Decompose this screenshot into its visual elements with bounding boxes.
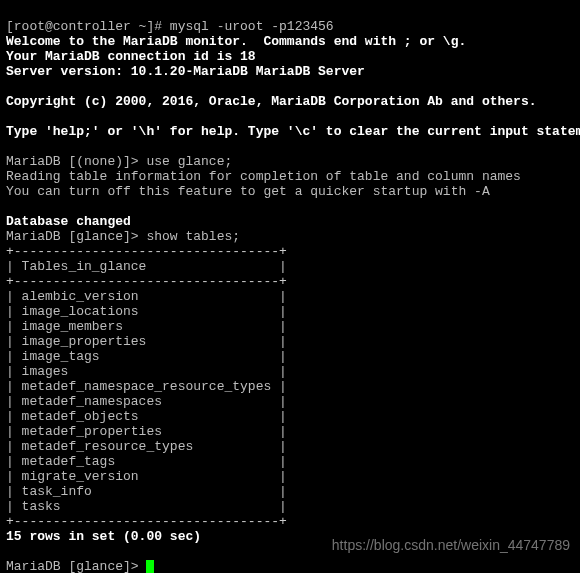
shell-prompt: [root@controller ~]# <box>6 19 170 34</box>
table-row: | metadef_namespaces | <box>6 394 287 409</box>
table-row: | image_properties | <box>6 334 287 349</box>
table-top-border: +----------------------------------+ <box>6 244 287 259</box>
table-row: | metadef_objects | <box>6 409 287 424</box>
table-row: | metadef_namespace_resource_types | <box>6 379 287 394</box>
table-row: | image_tags | <box>6 349 287 364</box>
use-glance-command: use glance; <box>146 154 232 169</box>
help-line: Type 'help;' or '\h' for help. Type '\c'… <box>6 124 580 139</box>
table-row: | migrate_version | <box>6 469 287 484</box>
mariadb-prompt-none: MariaDB [(none)]> <box>6 154 146 169</box>
reading-info-2: You can turn off this feature to get a q… <box>6 184 490 199</box>
copyright-line: Copyright (c) 2000, 2016, Oracle, MariaD… <box>6 94 537 109</box>
database-changed: Database changed <box>6 214 131 229</box>
reading-info-1: Reading table information for completion… <box>6 169 521 184</box>
table-row: | metadef_tags | <box>6 454 287 469</box>
welcome-line-2: Your MariaDB connection id is 18 <box>6 49 256 64</box>
table-mid-border: +----------------------------------+ <box>6 274 287 289</box>
watermark-text: https://blog.csdn.net/weixin_44747789 <box>332 538 570 553</box>
table-header: | Tables_in_glance | <box>6 259 287 274</box>
table-row: | images | <box>6 364 287 379</box>
result-summary: 15 rows in set (0.00 sec) <box>6 529 201 544</box>
table-bottom-border: +----------------------------------+ <box>6 514 287 529</box>
show-tables-command: show tables; <box>146 229 240 244</box>
table-row: | tasks | <box>6 499 287 514</box>
table-row: | image_locations | <box>6 304 287 319</box>
cursor-icon <box>146 560 154 573</box>
terminal-output[interactable]: [root@controller ~]# mysql -uroot -p1234… <box>0 0 580 573</box>
table-row: | task_info | <box>6 484 287 499</box>
mysql-command: mysql -uroot -p123456 <box>170 19 334 34</box>
mariadb-prompt-glance: MariaDB [glance]> <box>6 229 146 244</box>
mariadb-prompt-glance-2: MariaDB [glance]> <box>6 559 146 573</box>
welcome-line-1: Welcome to the MariaDB monitor. Commands… <box>6 34 466 49</box>
table-row: | metadef_resource_types | <box>6 439 287 454</box>
table-row: | image_members | <box>6 319 287 334</box>
table-row: | alembic_version | <box>6 289 287 304</box>
welcome-line-3: Server version: 10.1.20-MariaDB MariaDB … <box>6 64 365 79</box>
table-row: | metadef_properties | <box>6 424 287 439</box>
